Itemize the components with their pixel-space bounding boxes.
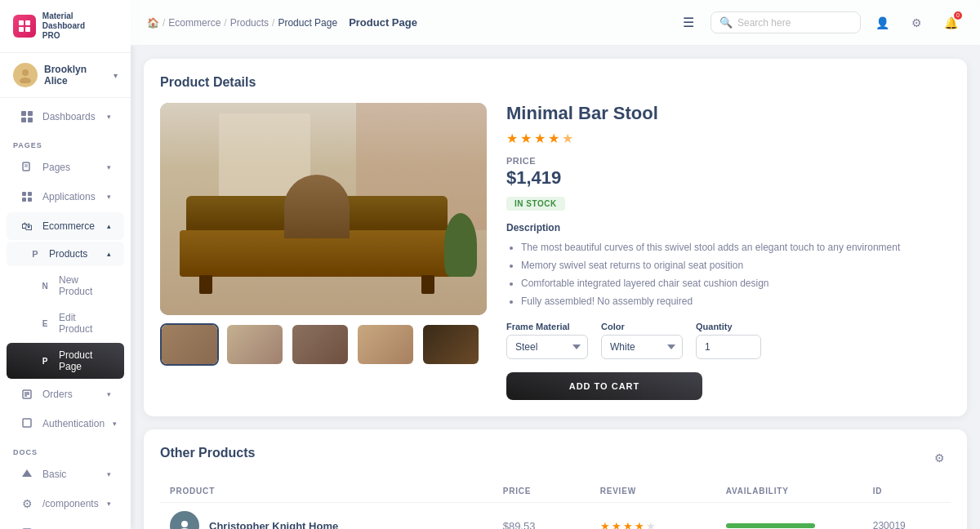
col-product: PRODUCT bbox=[160, 480, 493, 503]
home-icon: 🏠 bbox=[147, 17, 159, 29]
notifications-button[interactable]: 🔔 0 bbox=[938, 10, 964, 36]
topbar: 🏠 / Ecommerce / Products / Product Page … bbox=[131, 0, 980, 46]
product-page-prefix: P bbox=[39, 357, 51, 366]
main-content: Product Details bbox=[131, 46, 980, 529]
basic-chevron-icon: ▾ bbox=[107, 470, 111, 478]
account-button[interactable]: 👤 bbox=[869, 10, 895, 36]
thumb-4[interactable] bbox=[356, 323, 415, 366]
in-stock-badge: IN STOCK bbox=[506, 197, 565, 211]
edit-product-prefix: E bbox=[39, 319, 51, 328]
breadcrumb-ecommerce: Ecommerce bbox=[168, 17, 220, 29]
price-value: $1,419 bbox=[506, 167, 951, 189]
other-products-settings-button[interactable]: ⚙ bbox=[928, 447, 951, 469]
sidebar-item-change-log[interactable]: Change Log bbox=[7, 519, 124, 529]
quantity-input[interactable] bbox=[696, 335, 761, 359]
sidebar-item-applications[interactable]: Applications ▾ bbox=[7, 183, 124, 211]
couch-scene bbox=[160, 103, 487, 315]
sidebar-item-product-page[interactable]: P Product Page bbox=[7, 343, 124, 379]
svg-rect-2 bbox=[19, 27, 24, 32]
sidebar-item-dashboards[interactable]: Dashboards ▾ bbox=[7, 103, 124, 131]
desc-item-4: Fully assembled! No assembly required bbox=[521, 294, 951, 309]
sidebar-item-pages[interactable]: Pages ▾ bbox=[7, 153, 124, 181]
star-4: ★ bbox=[548, 131, 559, 146]
settings-button[interactable]: ⚙ bbox=[903, 10, 929, 36]
pages-icon bbox=[20, 160, 34, 175]
new-product-prefix: N bbox=[39, 282, 51, 291]
star-3: ★ bbox=[534, 131, 546, 146]
change-log-icon bbox=[20, 526, 34, 529]
main-product-image bbox=[160, 103, 487, 315]
table-row: Christopher Knight Home $89.53 ★ ★ ★ bbox=[160, 503, 951, 530]
sidebar-item-products[interactable]: P Products ▴ bbox=[7, 242, 124, 266]
svg-rect-15 bbox=[22, 198, 26, 202]
desc-item-3: Comfortable integrated layered chair sea… bbox=[521, 276, 951, 291]
frame-material-select[interactable]: Steel Wood Aluminum bbox=[506, 335, 588, 359]
page-title: Product Page bbox=[349, 16, 417, 29]
pages-section-label: PAGES bbox=[0, 131, 131, 153]
product-name: Minimal Bar Stool bbox=[506, 103, 951, 124]
other-products-title: Other Products bbox=[160, 446, 255, 460]
svg-rect-8 bbox=[21, 118, 26, 122]
pages-label: Pages bbox=[42, 162, 99, 173]
dashboards-chevron-icon: ▾ bbox=[107, 113, 111, 121]
svg-rect-16 bbox=[28, 198, 32, 202]
svg-point-5 bbox=[20, 78, 31, 83]
topbar-right: ☰ 🔍 👤 ⚙ 🔔 0 bbox=[683, 10, 964, 36]
thumb-2[interactable] bbox=[225, 323, 284, 366]
sidebar-user[interactable]: Brooklyn Alice ▾ bbox=[0, 53, 131, 98]
product-info: Minimal Bar Stool ★ ★ ★ ★ ★ Price $1,419… bbox=[506, 103, 951, 400]
sidebar-item-new-product[interactable]: N New Product bbox=[7, 268, 124, 304]
frame-material-label: Frame Material bbox=[506, 322, 588, 331]
sidebar-user-name: Brooklyn Alice bbox=[44, 64, 107, 87]
avatar bbox=[13, 63, 38, 87]
settings-icon: ⚙ bbox=[911, 16, 922, 29]
products-chevron-icon: ▴ bbox=[107, 250, 111, 258]
thumb-5[interactable] bbox=[421, 323, 480, 366]
authentication-chevron-icon: ▾ bbox=[113, 420, 117, 428]
quantity-group: Quantity bbox=[696, 322, 761, 359]
components-label: /components bbox=[42, 498, 99, 509]
thumb-3[interactable] bbox=[291, 323, 350, 366]
svg-rect-7 bbox=[28, 111, 33, 116]
color-select[interactable]: White Black Brown bbox=[601, 335, 683, 359]
app-container: Material Dashboard PRO Brooklyn Alice ▾ … bbox=[0, 0, 980, 529]
product-price-1: $89.53 bbox=[493, 503, 590, 530]
product-name-1: Christopher Knight Home bbox=[209, 520, 338, 530]
col-availability: AVAILABILITY bbox=[716, 480, 863, 503]
orders-icon bbox=[20, 387, 34, 402]
add-to-cart-button[interactable]: ADD TO CART bbox=[506, 372, 702, 400]
product-details-card: Product Details bbox=[144, 59, 967, 416]
sidebar-item-orders[interactable]: Orders ▾ bbox=[7, 380, 124, 408]
col-review: REVIEW bbox=[590, 480, 716, 503]
color-label: Color bbox=[601, 322, 683, 331]
star-5: ★ bbox=[562, 131, 573, 146]
applications-label: Applications bbox=[42, 191, 99, 202]
authentication-label: Authentication bbox=[42, 418, 105, 429]
notification-badge: 0 bbox=[954, 11, 962, 20]
sidebar-item-authentication[interactable]: Authentication ▾ bbox=[7, 410, 124, 438]
product-details-grid: Minimal Bar Stool ★ ★ ★ ★ ★ Price $1,419… bbox=[160, 103, 951, 400]
dashboards-label: Dashboards bbox=[42, 111, 99, 122]
star-rating: ★ ★ ★ ★ ★ bbox=[506, 131, 951, 146]
sidebar-item-ecommerce[interactable]: 🛍 Ecommerce ▴ bbox=[7, 212, 124, 240]
search-input[interactable] bbox=[737, 17, 852, 29]
svg-rect-9 bbox=[28, 118, 33, 122]
svg-marker-22 bbox=[22, 469, 32, 477]
frame-material-group: Frame Material Steel Wood Aluminum bbox=[506, 322, 588, 359]
sidebar-item-components[interactable]: ⚙ /components ▾ bbox=[7, 490, 124, 518]
authentication-icon bbox=[20, 416, 34, 431]
sidebar-item-basic[interactable]: Basic ▾ bbox=[7, 460, 124, 488]
price-label: Price bbox=[506, 156, 951, 166]
color-group: Color White Black Brown bbox=[601, 322, 683, 359]
components-chevron-icon: ▾ bbox=[107, 500, 111, 508]
topbar-left: 🏠 / Ecommerce / Products / Product Page … bbox=[147, 16, 673, 29]
applications-chevron-icon: ▾ bbox=[107, 193, 111, 201]
thumb-1[interactable] bbox=[160, 323, 219, 366]
components-icon: ⚙ bbox=[20, 496, 34, 511]
sidebar-item-edit-product[interactable]: E Edit Product bbox=[7, 305, 124, 341]
ecommerce-chevron-icon: ▴ bbox=[107, 222, 111, 230]
hamburger-button[interactable]: ☰ bbox=[683, 15, 694, 30]
ecommerce-label: Ecommerce bbox=[42, 220, 99, 232]
svg-point-4 bbox=[22, 69, 29, 76]
product-stars-1: ★ ★ ★ ★ ★ bbox=[600, 520, 706, 530]
